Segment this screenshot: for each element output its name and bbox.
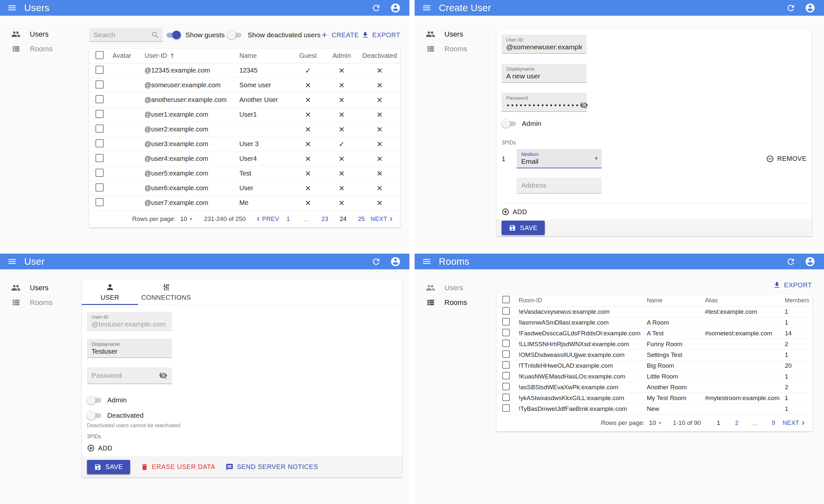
save-button[interactable]: SAVE [87,460,130,474]
prev-page-button[interactable]: PREV [254,215,279,223]
sidebar-item-rooms[interactable]: Rooms [0,41,79,56]
account-icon[interactable] [390,3,401,13]
row-checkbox[interactable] [502,404,510,412]
export-button[interactable]: EXPORT [361,31,400,39]
row-checkbox[interactable] [502,393,510,401]
select-all-checkbox[interactable] [96,51,104,59]
col-user-id[interactable]: User-ID↑ [142,49,237,63]
table-row[interactable]: !KuasNWEMasdHasLOs:example.comLittle Roo… [496,371,812,382]
add-threepid-button[interactable]: ADD [87,444,112,452]
tab-connections[interactable]: CONNECTIONS [138,279,194,304]
row-checkbox[interactable] [96,154,104,162]
table-row[interactable]: @user1:example.comUser1✕✕✕ [89,107,400,122]
remove-threepid-button[interactable]: REMOVE [766,155,807,163]
row-checkbox[interactable] [96,125,104,133]
refresh-icon[interactable] [372,3,381,13]
row-checkbox[interactable] [502,318,510,326]
table-row[interactable]: @anotheruser:example.comAnother User✕✕✕ [89,93,400,107]
sidebar-item-rooms[interactable]: Rooms [415,295,493,310]
row-checkbox[interactable] [502,329,510,336]
erase-user-data-button[interactable]: ERASE USER DATA [140,463,215,471]
sidebar-item-rooms[interactable]: Rooms [415,41,493,56]
sidebar-item-users[interactable]: Users [415,280,493,295]
row-checkbox[interactable] [96,198,104,206]
table-row[interactable]: !TyBasDmweIJdfFaeBmk:example.comNew1 [496,403,812,414]
add-threepid-button[interactable]: ADD [502,208,527,216]
row-checkbox[interactable] [502,350,510,358]
address-input[interactable]: Address [517,177,602,194]
table-row[interactable]: !TTnlslkHHweOLAD:example.comBig Room20 [496,360,812,371]
row-checkbox[interactable] [96,95,104,103]
sidebar-item-rooms[interactable]: Rooms [0,295,79,310]
menu-icon[interactable] [7,257,17,266]
table-row[interactable]: @user6:example.comUser✕✕✕ [89,181,400,196]
page-25-link[interactable]: 25 [356,215,366,223]
next-page-button[interactable]: NEXT [783,419,807,427]
sidebar-item-users[interactable]: Users [0,27,79,41]
row-checkbox[interactable] [96,139,104,147]
page-2-link[interactable]: 2 [732,419,742,426]
refresh-icon[interactable] [786,3,796,13]
send-server-notices-button[interactable]: SEND SERVER NOTICES [226,463,318,471]
table-row[interactable]: !ykAStwxasdwsKkxGILL:example.comMy Test … [496,393,812,403]
table-row[interactable]: !FasdweDssccaGLdsFRddsOl:example.comA Te… [496,328,812,339]
table-row[interactable]: !LLIMSSNHrhRjsdWNXsd:example.comFunny Ro… [496,339,812,349]
row-checkbox[interactable] [96,81,104,89]
user-id-field[interactable]: User-ID @somenewuser:example.com [502,35,587,53]
row-checkbox[interactable] [96,110,104,118]
page-23-link[interactable]: 23 [320,215,330,223]
password-field[interactable]: Password ••••••••••••••••• [502,93,587,112]
create-button[interactable]: CREATE [320,31,359,39]
row-checkbox[interactable] [96,66,104,74]
table-row[interactable]: @user7:example.comMe✕✕✕ [89,196,400,210]
password-field[interactable]: Password [87,367,172,384]
export-button[interactable]: EXPORT [773,281,812,289]
displayname-field[interactable]: Displayname A new user [502,64,587,83]
menu-icon[interactable] [7,3,17,13]
admin-toggle[interactable] [502,119,517,128]
refresh-icon[interactable] [372,257,381,266]
save-button[interactable]: SAVE [502,221,545,235]
visibility-off-icon[interactable] [580,101,588,110]
row-checkbox[interactable] [96,169,104,177]
visibility-off-icon[interactable] [159,371,168,380]
table-row[interactable]: !eVasdacvxysewus:example.com#test:exampl… [496,306,812,317]
select-all-checkbox[interactable] [502,296,510,303]
search-input[interactable]: Search [89,28,163,42]
row-checkbox[interactable] [502,383,510,390]
menu-icon[interactable] [422,3,432,13]
table-row[interactable]: @user2:example.com✕✕✕ [89,122,400,137]
show-deactivated-toggle[interactable] [227,30,243,39]
account-icon[interactable] [805,3,816,13]
admin-toggle[interactable] [87,395,103,405]
table-row[interactable]: !asSBSlsdWEvaXwPk:example.comAnother Roo… [496,382,812,393]
table-row[interactable]: @user4:example.comUser4✕✕✕ [89,151,400,166]
rows-per-page-select[interactable]: 10▾ [180,215,192,223]
menu-icon[interactable] [422,257,432,266]
account-icon[interactable] [390,256,401,267]
rows-per-page-select[interactable]: 10▾ [649,419,661,426]
show-guests-toggle[interactable] [165,30,181,39]
medium-select[interactable]: Medium Email ▾ [517,149,602,168]
table-row[interactable]: @user3:example.comUser 3✕✓✕ [89,137,400,151]
table-row[interactable]: @user5:example.comTest✕✕✕ [89,166,400,181]
displayname-field[interactable]: Displayname Testuser [87,339,172,358]
row-checkbox[interactable] [96,183,104,192]
deactivated-toggle[interactable] [87,411,103,420]
row-checkbox[interactable] [502,307,510,315]
table-row[interactable]: @someuser:example.comSome user✕✕✕ [89,78,400,93]
page-1-link[interactable]: 1 [283,215,293,223]
next-page-button[interactable]: NEXT [371,215,395,223]
table-row[interactable]: !lasmnwASmDllasi:example.comA Room1 [496,317,812,328]
tab-user[interactable]: USER [82,279,138,304]
row-checkbox[interactable] [502,340,510,347]
row-checkbox[interactable] [502,372,510,379]
account-icon[interactable] [805,256,816,267]
row-checkbox[interactable] [502,361,510,369]
table-row[interactable]: @12345:example.com12345✓✕✕ [89,63,400,78]
sidebar-item-users[interactable]: Users [415,27,493,41]
page-9-link[interactable]: 9 [768,419,778,426]
sidebar-item-users[interactable]: Users [0,280,79,295]
col-room-id[interactable]: Room-ID [515,295,643,306]
refresh-icon[interactable] [786,257,796,266]
